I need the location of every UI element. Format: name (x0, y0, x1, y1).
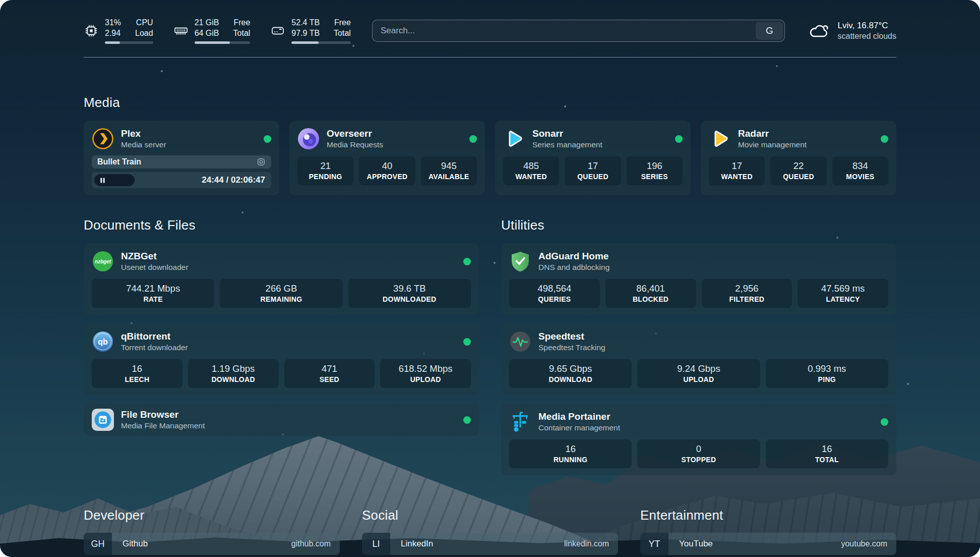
card-subtitle: Usenet downloader (121, 263, 189, 272)
stat-label: WANTED (712, 173, 762, 181)
card-header: SonarrSeries management (503, 128, 683, 150)
card-subtitle: Media server (121, 140, 166, 149)
card-qbittorrent[interactable]: qbqBittorrentTorrent downloader16LEECH1.… (84, 323, 479, 395)
stat-label: FILTERED (705, 295, 789, 303)
bookmark-label: LinkedIn (401, 539, 433, 549)
cpu-load-label: Load (135, 28, 153, 38)
stat-value: 40 (362, 160, 412, 172)
card-header: SpeedtestSpeedtest Tracking (509, 330, 888, 353)
stat-value: 86,401 (608, 283, 693, 294)
card-titles: PlexMedia server (121, 128, 166, 149)
stat-running: 16RUNNING (509, 439, 632, 468)
stat-value: 0.993 ms (769, 363, 885, 374)
stat-label: DOWNLOADED (351, 295, 468, 303)
stats-row: 17WANTED22QUEUED834MOVIES (709, 156, 888, 185)
section-title-developer: Developer (84, 508, 340, 523)
stat-label: UPLOAD (640, 375, 757, 383)
stat-label: TOTAL (769, 456, 885, 464)
disk-total: 97.9 TB (291, 28, 320, 38)
stat-value: 47.569 ms (801, 283, 885, 294)
cpu-widget: 31% 2.94 CPU Load (84, 17, 153, 44)
stat-upload: 9.24 GbpsUPLOAD (637, 359, 760, 388)
card-radarr[interactable]: RadarrMovie management17WANTED22QUEUED83… (701, 121, 896, 195)
cpu-progress-bar (105, 41, 153, 44)
card-file-browser[interactable]: File BrowserMedia File Management (84, 404, 479, 436)
stat-rate: 744.21 MbpsRATE (92, 279, 214, 308)
stat-total: 16TOTAL (766, 439, 888, 468)
top-bar: 31% 2.94 CPU Load (84, 17, 896, 44)
search-input[interactable] (373, 20, 755, 41)
card-title: Radarr (738, 128, 807, 139)
now-playing-row: Bullet Train (92, 155, 271, 169)
stat-seed: 471SEED (284, 359, 375, 388)
stat-value: 21 (300, 160, 350, 172)
stat-value: 17 (568, 160, 618, 172)
weather-condition: scattered clouds (837, 32, 896, 41)
stat-downloaded: 39.6 TBDOWNLOADED (348, 279, 471, 308)
bookmark-linkedin[interactable]: LILinkedInlinkedin.com (362, 533, 618, 555)
card-subtitle: Movie management (738, 140, 807, 149)
memory-icon (173, 23, 189, 38)
stats-row: 744.21 MbpsRATE266 GBREMAINING39.6 TBDOW… (92, 279, 471, 308)
card-adguard-home[interactable]: AdGuard HomeDNS and adblocking498,564QUE… (501, 243, 896, 315)
memory-widget: 21 GiB 64 GiB Free Total (173, 17, 251, 44)
section-title-entertainment: Entertainment (640, 508, 896, 523)
card-title: Media Portainer (538, 411, 620, 422)
disk-free-label: Free (334, 17, 351, 28)
stats-row: 9.65 GbpsDOWNLOAD9.24 GbpsUPLOAD0.993 ms… (509, 359, 888, 388)
card-nzbget[interactable]: nzbgetNZBGetUsenet downloader744.21 Mbps… (84, 243, 479, 315)
cpu-label: CPU (135, 17, 153, 28)
bookmark-group-entertainment: EntertainmentYTYouTubeyoutube.comNFNetfl… (640, 508, 896, 557)
stat-value: 945 (424, 160, 474, 172)
stat-label: RUNNING (512, 456, 629, 464)
bookmark-abbr: GH (84, 533, 112, 555)
stat-label: RATE (95, 295, 211, 303)
resource-widgets: 31% 2.94 CPU Load (84, 17, 351, 44)
card-title: File Browser (121, 409, 205, 420)
stat-label: BLOCKED (608, 295, 693, 303)
stat-label: PING (769, 375, 885, 383)
bookmark-label: YouTube (679, 539, 713, 549)
card-speedtest[interactable]: SpeedtestSpeedtest Tracking9.65 GbpsDOWN… (501, 323, 896, 395)
bookmark-abbr: YT (640, 533, 668, 555)
weather-widget[interactable]: Lviv, 16.87°C scattered clouds (808, 21, 896, 41)
bookmark-github[interactable]: GHGithubgithub.com (84, 533, 340, 555)
speedtest-icon (509, 330, 531, 353)
card-sonarr[interactable]: SonarrSeries management485WANTED17QUEUED… (495, 121, 691, 195)
status-dot (881, 135, 888, 143)
disk-free: 52.4 TB (291, 17, 320, 28)
card-subtitle: DNS and adblocking (538, 263, 609, 272)
stat-queued: 22QUEUED (770, 156, 826, 185)
disk-icon (270, 23, 285, 38)
card-header: OverseerrMedia Requests (297, 128, 477, 150)
card-overseerr[interactable]: OverseerrMedia Requests21PENDING40APPROV… (289, 121, 485, 195)
bookmark-abbr: LI (362, 533, 390, 555)
camera-icon (257, 157, 266, 166)
stat-label: SERIES (630, 173, 680, 181)
status-dot (675, 135, 683, 143)
card-titles: qBittorrentTorrent downloader (121, 331, 188, 352)
section-title-utilities: Utilities (501, 217, 896, 233)
stats-row: 21PENDING40APPROVED945AVAILABLE (297, 156, 477, 185)
bookmark-label: Github (122, 539, 148, 549)
card-subtitle: Torrent downloader (121, 343, 188, 352)
stat-value: 16 (95, 363, 179, 374)
card-plex[interactable]: PlexMedia serverBullet Train24:44 / 02:0… (84, 121, 279, 195)
stat-blocked: 86,401BLOCKED (605, 279, 696, 308)
card-header: Media PortainerContainer management (509, 411, 888, 433)
stat-label: PENDING (300, 173, 350, 181)
search-provider-button[interactable]: G (756, 22, 783, 40)
card-titles: AdGuard HomeDNS and adblocking (538, 251, 609, 272)
card-title: qBittorrent (121, 331, 188, 342)
stat-remaining: 266 GBREMAINING (220, 279, 342, 308)
bookmark-youtube[interactable]: YTYouTubeyoutube.com (640, 533, 896, 555)
pause-button[interactable] (94, 174, 135, 186)
radarr-icon (709, 128, 731, 150)
card-titles: NZBGetUsenet downloader (121, 251, 189, 272)
status-dot (463, 416, 471, 424)
cloud-icon (808, 22, 830, 40)
stat-label: STOPPED (640, 456, 757, 464)
card-media-portainer[interactable]: Media PortainerContainer management16RUN… (501, 404, 896, 475)
bookmark-rows: GHGithubgithub.comSOStackOverflowstackov… (84, 533, 340, 557)
stat-value: 485 (506, 160, 556, 172)
